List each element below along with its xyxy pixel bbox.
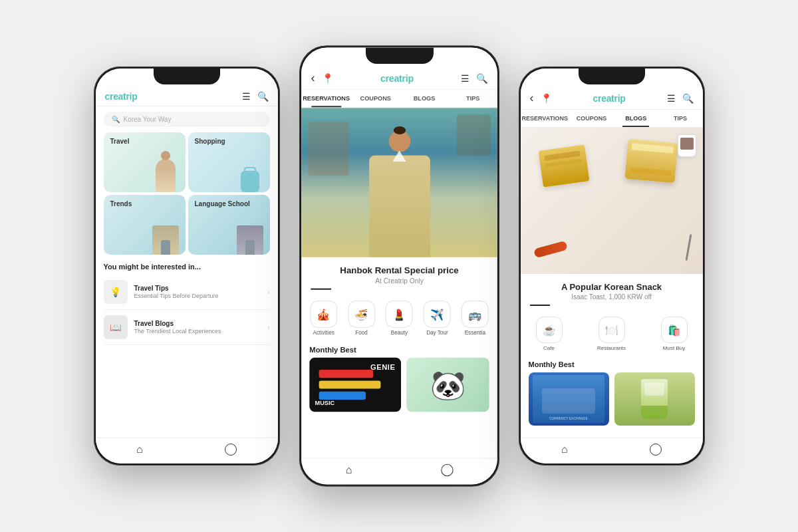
interest-item-0[interactable]: 💡 Travel Tips Essential Tips Before Depa… [104, 275, 270, 310]
search-icon-1[interactable]: 🔍 [257, 91, 269, 102]
genie-bar-red [319, 370, 372, 378]
interest-title-1: Travel Blogs [134, 320, 221, 327]
menu-icon-2[interactable]: ☰ [460, 72, 469, 83]
street-card[interactable]: CURRENCY EXCHANGE [529, 372, 609, 426]
tab-coupons-3[interactable]: COUPONS [569, 110, 614, 127]
location-icon-2: 📍 [321, 72, 332, 83]
mustbuy-icon: 🛍️ [661, 317, 688, 343]
interest-thumb-0: 💡 [104, 280, 128, 304]
tab-blogs-2[interactable]: BLOGS [400, 90, 448, 108]
cafe-label: Cafe [543, 345, 555, 351]
profile-icon-1[interactable] [225, 444, 237, 456]
gate-figure-2 [237, 225, 263, 255]
notch-1 [154, 68, 220, 84]
menu-icon-3[interactable]: ☰ [667, 93, 676, 104]
activities-icon: 🎪 [310, 301, 337, 328]
interest-item-1[interactable]: 📖 Travel Blogs The Trendiest Local Exper… [104, 310, 270, 345]
back-icon-2[interactable]: ‹ [311, 70, 315, 84]
search-icon-3[interactable]: 🔍 [682, 93, 694, 104]
mustbuy-label: Must Buy [663, 345, 685, 351]
cat-restaurants[interactable]: 🍽️ Restaurants [587, 317, 636, 351]
product-title-3: A Popular Korean Snack [530, 282, 694, 292]
product-underline-3 [530, 305, 550, 306]
monthly-cards-3: CURRENCY EXCHANGE [529, 372, 695, 426]
tab-blogs-3[interactable]: BLOGS [614, 110, 658, 127]
interest-list: 💡 Travel Tips Essential Tips Before Depa… [96, 275, 278, 345]
essential-icon: 🚌 [461, 301, 488, 328]
tab-reservations-2[interactable]: RESERVATIONS [301, 90, 351, 108]
cat-shopping-label: Shopping [195, 138, 225, 145]
cat-mustbuy[interactable]: 🛍️ Must Buy [650, 317, 699, 351]
product-info-2: Hanbok Rental Special price At Creatrip … [301, 257, 497, 295]
search-bar[interactable]: 🔍 Korea Your Way [104, 112, 270, 127]
menu-icon-1[interactable]: ☰ [242, 91, 251, 102]
location-icon-3: 📍 [541, 93, 552, 104]
app-header-3: ‹ 📍 creatrip ☰ 🔍 [521, 87, 703, 110]
app-header-2: ‹ 📍 creatrip ☰ 🔍 [301, 66, 497, 90]
cat-trends[interactable]: Trends [104, 195, 186, 255]
category-grid: Travel Shopping Trends [96, 132, 278, 260]
logo-1: creatrip [105, 91, 138, 102]
interest-subtitle-0: Essential Tips Before Departure [134, 293, 219, 299]
restaurants-label: Restaurants [597, 345, 626, 351]
sausage [534, 245, 567, 254]
drink-card[interactable] [614, 372, 695, 426]
genie-sub: MUSIC [315, 400, 334, 406]
genie-card[interactable]: GENIE MUSIC [309, 358, 400, 412]
back-icon-3[interactable]: ‹ [530, 91, 534, 105]
tab-tips-3[interactable]: TIPS [658, 110, 703, 127]
profile-icon-2[interactable] [440, 464, 452, 476]
panda-emoji: 🐼 [430, 368, 465, 402]
phone-2: ‹ 📍 creatrip ☰ 🔍 RESERVATIONS COUP [299, 46, 499, 487]
genie-bar-blue [319, 392, 366, 400]
header-icons-2: ☰ 🔍 [460, 72, 487, 83]
genie-text: GENIE [370, 363, 394, 371]
arrow-icon-1: › [267, 324, 269, 331]
phone-1: creatrip ☰ 🔍 🔍 Korea Your Way Travel [94, 66, 280, 466]
interest-thumb-1: 📖 [104, 315, 128, 339]
header-icons-3: ☰ 🔍 [667, 93, 694, 104]
cat-food[interactable]: 🍜 Food [343, 301, 380, 336]
home-icon-2[interactable]: ⌂ [345, 464, 352, 476]
cat-shopping[interactable]: Shopping [188, 132, 270, 192]
temple-bg [308, 122, 348, 176]
product-subtitle-2: At Creatrip Only [311, 277, 487, 284]
tab-reservations-3[interactable]: RESERVATIONS [521, 110, 570, 127]
home-icon-1[interactable]: ⌂ [136, 444, 143, 456]
header-left-2: ‹ 📍 [311, 70, 333, 84]
cat-trends-label: Trends [110, 200, 132, 207]
search-icon-2[interactable]: 🔍 [476, 72, 487, 83]
cat-travel-img [146, 146, 186, 192]
person-figure [156, 159, 176, 192]
cat-trends-img [146, 208, 186, 255]
cat-language[interactable]: Language School [188, 195, 270, 255]
cat-travel-label: Travel [110, 138, 130, 145]
monthly-section-2: Monthly Best GENIE MUSIC 🐼 [301, 341, 497, 412]
fork [688, 234, 690, 261]
coffee-cup [678, 134, 696, 157]
activities-label: Activities [313, 330, 334, 336]
header-left-3: ‹ 📍 [530, 91, 552, 105]
logo-2: creatrip [380, 72, 413, 83]
tab-tips-2[interactable]: TIPS [448, 90, 497, 108]
cat-beauty[interactable]: 💄 Beauty [381, 301, 418, 336]
cat-travel[interactable]: Travel [104, 132, 186, 192]
search-icon-sm: 🔍 [112, 116, 120, 123]
toast-item-1 [541, 148, 587, 184]
cat-activities[interactable]: 🎪 Activities [305, 301, 342, 336]
cat-cafe[interactable]: ☕ Cafe [525, 317, 574, 351]
tab-coupons-2[interactable]: COUPONS [351, 90, 400, 108]
profile-icon-3[interactable] [650, 444, 662, 456]
bottom-bar-3: ⌂ [521, 438, 703, 464]
cat-daytour[interactable]: ✈️ Day Tour [418, 301, 455, 336]
cafe-icon: ☕ [536, 317, 563, 343]
genie-bar-yellow [319, 380, 380, 388]
home-icon-3[interactable]: ⌂ [561, 444, 568, 456]
bag-figure [241, 171, 259, 192]
hanbok-figure [362, 125, 436, 257]
nav-tabs-3: RESERVATIONS COUPONS BLOGS TIPS [521, 110, 703, 128]
header-icons-1: ☰ 🔍 [242, 91, 269, 102]
panda-card[interactable]: 🐼 [406, 358, 489, 412]
cat-essential[interactable]: 🚌 Essentia [456, 301, 493, 336]
notch-2 [365, 48, 433, 64]
